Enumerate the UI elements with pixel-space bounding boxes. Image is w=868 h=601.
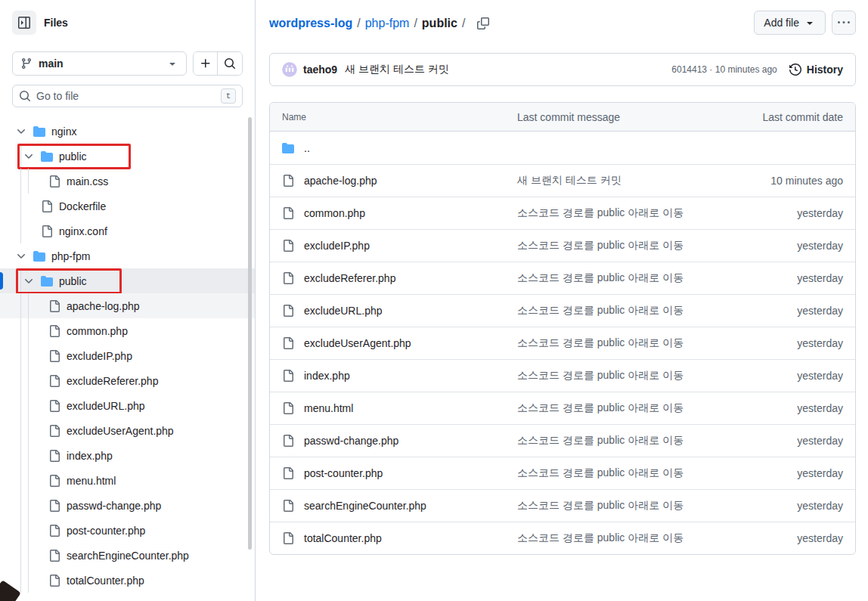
tree-item-menu-html[interactable]: menu.html [0, 468, 255, 493]
sidebar-scrollbar[interactable] [248, 117, 252, 550]
commit-message-cell[interactable]: 소스코드 경로를 public 아래로 이동 [517, 369, 715, 383]
tree-item-nginx-conf[interactable]: nginx.conf [0, 218, 255, 243]
commit-message-cell[interactable]: 소스코드 경로를 public 아래로 이동 [517, 239, 715, 252]
tree-item-post-counter-php[interactable]: post-counter.php [0, 518, 255, 543]
file-name-link[interactable]: menu.html [304, 402, 353, 414]
main-content: wordpress-log / php-fpm / public / Add f… [256, 0, 868, 601]
commit-date-cell: 10 minutes ago [715, 175, 843, 187]
table-row-common-php[interactable]: common.php소스코드 경로를 public 아래로 이동yesterda… [270, 197, 855, 229]
tree-item-index-php[interactable]: index.php [0, 443, 255, 468]
tree-indent-guide [20, 368, 21, 393]
chevron-down-icon [23, 150, 35, 163]
file-name-link[interactable]: excludeReferer.php [304, 272, 395, 284]
table-row-excludeuseragent-php[interactable]: excludeUserAgent.php소스코드 경로를 public 아래로 … [270, 327, 855, 359]
table-row-totalcounter-php[interactable]: totalCounter.php소스코드 경로를 public 아래로 이동ye… [270, 522, 855, 554]
table-row-apache-log-php[interactable]: apache-log.php새 브랜치 테스트 커밋10 minutes ago [270, 164, 855, 197]
table-row-index-php[interactable]: index.php소스코드 경로를 public 아래로 이동yesterday [270, 359, 855, 392]
tree-item-dockerfile[interactable]: Dockerfile [0, 194, 255, 218]
tree-item-content: excludeURL.php [30, 397, 145, 415]
commit-message-cell[interactable]: 소스코드 경로를 public 아래로 이동 [517, 271, 715, 285]
file-name-link[interactable]: excludeUserAgent.php [304, 337, 411, 349]
tree-item-excludereferer-php[interactable]: excludeReferer.php [0, 368, 255, 393]
commit-date-cell: yesterday [715, 207, 843, 219]
tree-item-label: public [59, 275, 87, 287]
file-name-link[interactable]: excludeURL.php [304, 305, 383, 317]
branch-selector[interactable]: main [12, 51, 187, 76]
name-cell: searchEngineCounter.php [282, 500, 517, 512]
file-icon [48, 450, 60, 462]
file-name-link[interactable]: index.php [304, 370, 350, 382]
tree-item-content: totalCounter.php [30, 572, 144, 590]
file-icon [282, 337, 294, 349]
file-icon [41, 225, 53, 237]
tree-indent-guide [28, 543, 29, 568]
table-row--[interactable]: .. [270, 132, 855, 164]
breadcrumb-separator: / [462, 17, 465, 30]
file-name-link[interactable]: common.php [304, 207, 365, 219]
file-name-link[interactable]: totalCounter.php [304, 532, 382, 544]
file-name-link[interactable]: excludeIP.php [304, 240, 370, 252]
file-name-link[interactable]: searchEngineCounter.php [304, 500, 426, 512]
commit-message-cell[interactable]: 소스코드 경로를 public 아래로 이동 [517, 206, 715, 220]
tree-indent-guide [28, 468, 29, 493]
file-icon [282, 272, 294, 284]
tree-item-excludeurl-php[interactable]: excludeURL.php [0, 393, 255, 418]
collapse-sidebar-button[interactable] [12, 11, 36, 35]
tree-item-public[interactable]: public [0, 268, 255, 293]
file-name-link[interactable]: apache-log.php [304, 175, 377, 187]
table-row-passwd-change-php[interactable]: passwd-change.php소스코드 경로를 public 아래로 이동y… [270, 424, 855, 457]
tree-item-label: apache-log.php [67, 300, 140, 312]
breadcrumb-segment-link[interactable]: php-fpm [365, 17, 410, 30]
commit-message-link[interactable]: 새 브랜치 테스트 커밋 [345, 63, 671, 76]
new-file-button[interactable] [194, 52, 218, 75]
breadcrumb-repo-link[interactable]: wordpress-log [269, 17, 352, 30]
file-icon [48, 575, 60, 587]
search-tree-button[interactable] [218, 52, 242, 75]
commit-message-cell[interactable]: 소스코드 경로를 public 아래로 이동 [517, 401, 715, 415]
add-file-button[interactable]: Add file [754, 11, 826, 35]
tree-item-nginx[interactable]: nginx [0, 119, 255, 144]
go-to-file-input[interactable]: Go to file t [12, 85, 243, 107]
tree-item-public[interactable]: public [0, 144, 255, 169]
tree-item-passwd-change-php[interactable]: passwd-change.php [0, 493, 255, 518]
tree-item-excludeuseragent-php[interactable]: excludeUserAgent.php [0, 418, 255, 443]
commit-message-cell[interactable]: 소스코드 경로를 public 아래로 이동 [517, 499, 715, 513]
tree-item-common-php[interactable]: common.php [0, 318, 255, 343]
copy-path-button[interactable] [474, 14, 492, 33]
commit-sha-link[interactable]: 6014413 [671, 64, 707, 75]
file-name-link[interactable]: passwd-change.php [304, 435, 398, 447]
table-row-excludeurl-php[interactable]: excludeURL.php소스코드 경로를 public 아래로 이동yest… [270, 294, 855, 327]
file-icon [48, 425, 60, 437]
table-row-searchenginecounter-php[interactable]: searchEngineCounter.php소스코드 경로를 public 아… [270, 489, 855, 522]
tree-item-apache-log-php[interactable]: apache-log.php [0, 293, 255, 318]
file-name-link[interactable]: .. [304, 142, 310, 154]
commit-author[interactable]: taeho9 [303, 64, 337, 76]
commit-message-cell[interactable]: 소스코드 경로를 public 아래로 이동 [517, 336, 715, 350]
tree-item-label: nginx [51, 125, 76, 138]
tree-item-label: searchEngineCounter.php [67, 550, 189, 562]
chevron-down-icon [23, 275, 35, 287]
commit-message-cell[interactable]: 소스코드 경로를 public 아래로 이동 [517, 434, 715, 448]
tree-item-searchenginecounter-php[interactable]: searchEngineCounter.php [0, 543, 255, 568]
history-button[interactable]: History [789, 64, 843, 76]
more-options-button[interactable] [832, 11, 856, 35]
table-row-excludereferer-php[interactable]: excludeReferer.php소스코드 경로를 public 아래로 이동… [270, 262, 855, 294]
tree-item-main-css[interactable]: main.css [0, 169, 255, 194]
commit-message-cell[interactable]: 소스코드 경로를 public 아래로 이동 [517, 531, 715, 545]
tree-item-excludeip-php[interactable]: excludeIP.php [0, 343, 255, 368]
commit-message-cell[interactable]: 소스코드 경로를 public 아래로 이동 [517, 466, 715, 480]
tree-indent-guide [20, 443, 21, 468]
file-icon [48, 300, 60, 312]
tree-item-php-fpm[interactable]: php-fpm [0, 243, 255, 268]
file-name-link[interactable]: post-counter.php [304, 467, 383, 479]
table-row-excludeip-php[interactable]: excludeIP.php소스코드 경로를 public 아래로 이동yeste… [270, 229, 855, 262]
avatar[interactable] [282, 62, 297, 77]
folder-icon [282, 142, 294, 154]
meta-dot: · [709, 64, 712, 75]
commit-message-cell[interactable]: 새 브랜치 테스트 커밋 [517, 174, 715, 187]
tree-item-totalcounter-php[interactable]: totalCounter.php [0, 568, 255, 593]
table-row-menu-html[interactable]: menu.html소스코드 경로를 public 아래로 이동yesterday [270, 392, 855, 424]
commit-date-cell: yesterday [715, 240, 843, 252]
commit-message-cell[interactable]: 소스코드 경로를 public 아래로 이동 [517, 304, 715, 318]
table-row-post-counter-php[interactable]: post-counter.php소스코드 경로를 public 아래로 이동ye… [270, 457, 855, 489]
